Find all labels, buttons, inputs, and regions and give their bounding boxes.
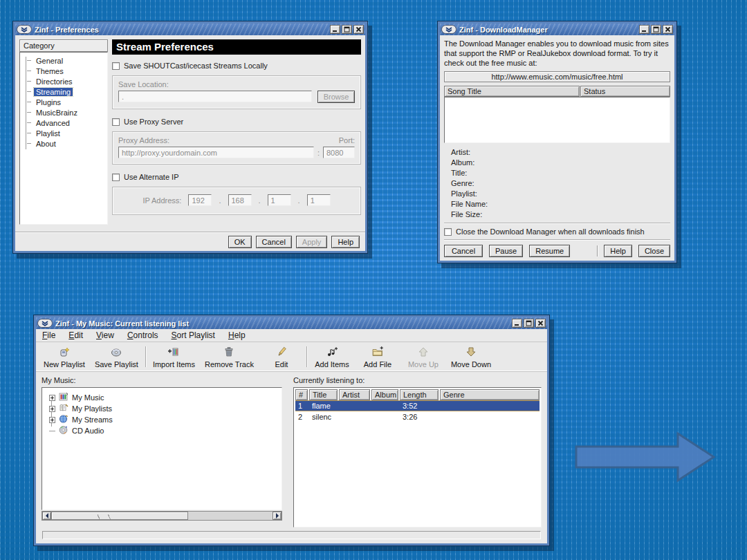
cancel-button[interactable]: Cancel xyxy=(444,245,483,257)
horizontal-scrollbar[interactable] xyxy=(42,511,282,521)
window-menu-button[interactable] xyxy=(441,25,456,34)
expand-plus-icon[interactable] xyxy=(49,406,55,412)
close-button[interactable] xyxy=(663,25,673,34)
column-header-num[interactable]: # xyxy=(295,389,308,400)
category-item-advanced[interactable]: Advanced xyxy=(23,118,107,128)
apply-button[interactable]: Apply xyxy=(296,236,328,248)
playlists-icon xyxy=(59,403,68,414)
minimize-button[interactable] xyxy=(639,25,649,34)
move-up-button[interactable]: Move Up xyxy=(400,344,446,370)
ip-octet4-input[interactable] xyxy=(307,194,331,206)
category-item-musicbrainz[interactable]: MusicBrainz xyxy=(23,107,107,118)
library-tree: My Music My Playlists My Streams xyxy=(42,387,282,510)
help-button[interactable]: Help xyxy=(331,236,360,248)
maximize-button[interactable] xyxy=(342,25,352,34)
pause-button[interactable]: Pause xyxy=(489,245,523,257)
column-header-title[interactable]: Title xyxy=(309,389,338,400)
port-input[interactable] xyxy=(323,147,355,158)
category-item-plugins[interactable]: Plugins xyxy=(23,97,107,107)
help-button[interactable]: Help xyxy=(604,245,632,257)
proxy-address-input[interactable] xyxy=(118,147,314,158)
toolbar-separator xyxy=(306,346,307,367)
menu-help[interactable]: Help xyxy=(228,330,246,340)
ip-octet3-input[interactable] xyxy=(268,194,291,206)
menu-view[interactable]: View xyxy=(96,330,114,340)
ip-dot-separator: . xyxy=(219,196,221,205)
use-proxy-checkbox[interactable] xyxy=(112,118,120,126)
window-title: Zinf - Preferences xyxy=(35,26,99,34)
column-header-status[interactable]: Status xyxy=(580,86,670,97)
tree-item-my-streams[interactable]: My Streams xyxy=(46,414,282,425)
track-row[interactable]: 1 flame 3:52 xyxy=(295,400,540,411)
close-button[interactable] xyxy=(535,319,546,328)
column-header-genre[interactable]: Genre xyxy=(440,389,540,400)
download-list[interactable] xyxy=(444,97,670,143)
ip-octet1-input[interactable] xyxy=(188,194,212,206)
scrollbar-thumb[interactable] xyxy=(51,512,188,520)
title-label: Title: xyxy=(451,168,670,178)
close-button[interactable]: Close xyxy=(638,245,670,257)
category-item-about[interactable]: About xyxy=(23,138,107,149)
category-item-themes[interactable]: Themes xyxy=(23,66,107,76)
use-alternate-ip-label: Use Alternate IP xyxy=(124,173,179,181)
resume-button[interactable]: Resume xyxy=(529,245,570,257)
save-playlist-button[interactable]: Save Playlist xyxy=(90,344,143,370)
save-location-group: Save Location: Browse xyxy=(112,75,361,109)
add-items-button[interactable]: Add Items xyxy=(309,344,355,370)
scroll-right-arrow-icon[interactable] xyxy=(273,512,282,520)
preferences-titlebar[interactable]: Zinf - Preferences xyxy=(15,24,365,35)
add-file-button[interactable]: Add File xyxy=(355,344,400,370)
scroll-left-arrow-icon[interactable] xyxy=(42,512,51,520)
menu-controls[interactable]: Controls xyxy=(127,330,158,340)
import-items-button[interactable]: Import Items xyxy=(148,344,200,370)
column-header-artist[interactable]: Artist xyxy=(339,389,370,400)
tree-item-my-playlists[interactable]: My Playlists xyxy=(46,403,282,414)
ok-button[interactable]: OK xyxy=(228,236,252,248)
download-info-panel: Artist: Album: Title: Genre: Playlist: F… xyxy=(444,147,670,220)
menu-edit[interactable]: Edit xyxy=(68,330,83,340)
cancel-button[interactable]: Cancel xyxy=(256,236,292,248)
free-music-url[interactable]: http://www.emusic.com/music/free.html xyxy=(444,71,670,82)
track-row[interactable]: 2 silenc 3:26 xyxy=(295,411,540,422)
save-streams-checkbox[interactable] xyxy=(112,62,120,70)
minimize-button[interactable] xyxy=(512,319,522,328)
new-playlist-button[interactable]: New Playlist xyxy=(39,344,90,370)
menu-file[interactable]: File xyxy=(42,330,55,340)
category-item-directories[interactable]: Directories xyxy=(23,76,107,86)
toolbar-separator xyxy=(145,346,146,367)
use-alternate-ip-checkbox[interactable] xyxy=(112,174,120,181)
preferences-window: Zinf - Preferences Category General Them… xyxy=(12,21,368,254)
save-location-input[interactable] xyxy=(118,91,312,102)
chevron-down-icon xyxy=(41,319,49,328)
remove-track-button[interactable]: Remove Track xyxy=(200,344,259,370)
category-item-general[interactable]: General xyxy=(23,55,107,66)
category-panel: Category General Themes Directories Stre… xyxy=(19,39,108,227)
column-header-length[interactable]: Length xyxy=(400,389,439,400)
ip-octet2-input[interactable] xyxy=(228,194,252,206)
edit-button[interactable]: Edit xyxy=(259,344,304,370)
window-menu-button[interactable] xyxy=(17,25,32,34)
close-button[interactable] xyxy=(353,25,364,34)
download-manager-titlebar[interactable]: Zinf - DownloadManager xyxy=(440,24,674,35)
column-header-album[interactable]: Album xyxy=(371,389,398,400)
tree-item-cd-audio[interactable]: CD Audio xyxy=(46,425,282,436)
browse-button[interactable]: Browse xyxy=(317,91,355,103)
scrollbar-track[interactable] xyxy=(188,512,273,520)
category-item-playlist[interactable]: Playlist xyxy=(23,128,107,138)
menu-sort-playlist[interactable]: Sort Playlist xyxy=(172,330,215,340)
window-menu-button[interactable] xyxy=(37,319,53,328)
column-header-song-title[interactable]: Song Title xyxy=(444,86,580,97)
minimize-button[interactable] xyxy=(330,25,340,34)
tree-item-my-music[interactable]: My Music xyxy=(46,392,282,403)
download-manager-description: The Download Manager enables you to down… xyxy=(444,39,670,68)
close-when-finished-checkbox[interactable] xyxy=(444,228,452,236)
expand-plus-icon[interactable] xyxy=(49,417,55,423)
chevron-down-icon xyxy=(445,26,453,34)
desktop: Zinf - Preferences Category General Them… xyxy=(0,0,747,560)
maximize-button[interactable] xyxy=(524,319,534,328)
my-music-titlebar[interactable]: Zinf - My Music: Current listening list xyxy=(36,317,547,329)
maximize-button[interactable] xyxy=(651,25,661,34)
category-item-streaming[interactable]: Streaming xyxy=(23,86,107,97)
expand-plus-icon[interactable] xyxy=(49,395,55,401)
move-down-button[interactable]: Move Down xyxy=(446,344,496,370)
